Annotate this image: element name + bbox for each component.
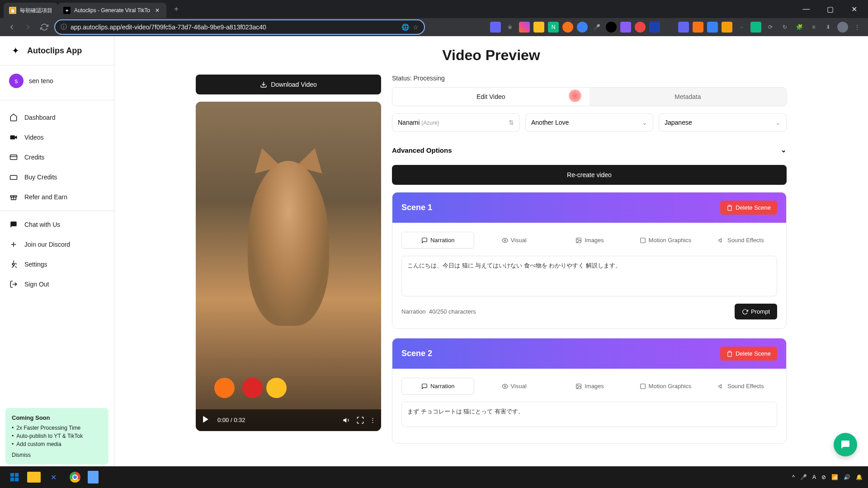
- maximize-button[interactable]: ▢: [820, 2, 840, 16]
- menu-icon[interactable]: ⋮: [852, 22, 863, 33]
- browser-tab-1[interactable]: ✦ Autoclips - Generate Viral TikTo ✕: [58, 3, 166, 18]
- ext-icon[interactable]: [533, 22, 544, 33]
- ext-icon[interactable]: [606, 22, 617, 33]
- sidebar-item-settings[interactable]: Settings: [0, 254, 114, 274]
- ext-icon[interactable]: [664, 22, 675, 33]
- tray-ime-icon[interactable]: A: [812, 474, 816, 480]
- start-button[interactable]: [5, 468, 24, 486]
- sidebar-item-credits[interactable]: Credits: [0, 147, 114, 167]
- ext-icon[interactable]: [577, 22, 588, 33]
- scene-tab-visual[interactable]: Visual: [478, 232, 550, 249]
- site-info-icon[interactable]: ⓘ: [61, 23, 67, 31]
- volume-icon[interactable]: [343, 416, 351, 424]
- close-icon[interactable]: ✕: [154, 7, 161, 14]
- chevron-down-icon: ⌄: [781, 146, 787, 154]
- narration-input[interactable]: [401, 256, 777, 296]
- taskbar-chrome[interactable]: [66, 468, 84, 486]
- scene-tab-motion[interactable]: Motion Graphics: [629, 378, 701, 394]
- ext-icon[interactable]: [678, 22, 689, 33]
- ext-icon[interactable]: ⟳: [765, 22, 776, 33]
- tab-edit-video[interactable]: Edit Video: [392, 88, 590, 106]
- chat-bubble-button[interactable]: [834, 433, 857, 456]
- taskbar-notepad[interactable]: [88, 471, 99, 483]
- ext-icon[interactable]: [649, 22, 660, 33]
- tray-notifications-icon[interactable]: 🔔: [856, 474, 863, 480]
- forward-button[interactable]: [22, 21, 34, 33]
- profile-icon[interactable]: [837, 22, 848, 33]
- translate-icon[interactable]: 🌐: [401, 23, 409, 31]
- scene-tab-images[interactable]: Images: [554, 232, 626, 249]
- sidebar-item-refer[interactable]: Refer and Earn: [0, 187, 114, 207]
- scene-tab-sound[interactable]: Sound Effects: [705, 378, 777, 394]
- play-button[interactable]: [201, 415, 212, 426]
- scene-tab-motion[interactable]: Motion Graphics: [629, 232, 701, 249]
- sidebar-item-chat[interactable]: Chat with Us: [0, 215, 114, 235]
- bookmark-icon[interactable]: ☆: [413, 23, 419, 31]
- sidebar-item-buy-credits[interactable]: Buy Credits: [0, 167, 114, 187]
- sidebar-item-discord[interactable]: Join our Discord: [0, 235, 114, 254]
- advanced-options-toggle[interactable]: Advanced Options ⌄: [392, 141, 787, 160]
- speech-icon: [421, 237, 428, 244]
- scene-tab-visual[interactable]: Visual: [478, 378, 550, 394]
- downloads-icon[interactable]: ⬇: [823, 22, 834, 33]
- more-icon[interactable]: ⋮: [370, 417, 376, 423]
- coming-soon-title: Coming Soon: [12, 414, 102, 421]
- taskbar-tray: ^ 🎤 A ⊘ 📶 🔊 🔔: [792, 474, 863, 480]
- ext-icon[interactable]: ↻: [779, 22, 790, 33]
- tab-metadata[interactable]: Metadata: [590, 88, 787, 106]
- ext-icon[interactable]: [519, 22, 530, 33]
- recreate-button[interactable]: Re-create video: [392, 165, 787, 185]
- tab-bar: 📋 毎朝確認項目 ✦ Autoclips - Generate Viral Ti…: [0, 0, 868, 18]
- download-button[interactable]: Download Video: [196, 75, 381, 94]
- scene-tab-narration[interactable]: Narration: [401, 232, 474, 249]
- tray-chevron-icon[interactable]: ^: [792, 474, 795, 480]
- ext-icon[interactable]: N: [548, 22, 559, 33]
- minimize-button[interactable]: —: [796, 2, 816, 16]
- ext-icon[interactable]: ≡: [808, 22, 819, 33]
- ext-icon[interactable]: [562, 22, 573, 33]
- home-icon: [9, 113, 18, 122]
- ext-icon[interactable]: [722, 22, 732, 33]
- prompt-button[interactable]: Prompt: [735, 304, 777, 319]
- sidebar-item-signout[interactable]: Sign Out: [0, 274, 114, 294]
- fullscreen-icon[interactable]: [356, 416, 364, 424]
- narration-input[interactable]: [401, 402, 777, 427]
- browser-tab-0[interactable]: 📋 毎朝確認項目: [4, 3, 58, 18]
- taskbar-explorer[interactable]: [27, 472, 41, 483]
- tray-mic-icon[interactable]: 🎤: [800, 474, 807, 480]
- video-preview[interactable]: 0:00 / 0:32 ⋮: [196, 102, 381, 431]
- music-dropdown[interactable]: Another Love ⌄: [525, 113, 653, 131]
- sidebar-item-dashboard[interactable]: Dashboard: [0, 108, 114, 127]
- reload-button[interactable]: [38, 21, 51, 33]
- scene-tab-sound[interactable]: Sound Effects: [705, 232, 777, 249]
- tray-volume-icon[interactable]: 🔊: [844, 474, 850, 480]
- user-row[interactable]: s sen teno: [0, 66, 114, 96]
- delete-scene-button[interactable]: Delete Scene: [720, 347, 777, 361]
- tray-wifi-icon[interactable]: 📶: [831, 474, 838, 480]
- url-bar[interactable]: ⓘ app.autoclips.app/edit-video/7f09fc5a-…: [54, 19, 425, 35]
- ext-icon[interactable]: [620, 22, 631, 33]
- scene-tab-narration[interactable]: Narration: [401, 378, 474, 394]
- tray-help-icon[interactable]: ⊘: [821, 474, 826, 480]
- extensions-icon[interactable]: 🧩: [794, 22, 805, 33]
- ext-icon[interactable]: [490, 22, 501, 33]
- window-controls: — ▢ ✕: [796, 2, 864, 16]
- ext-icon[interactable]: [693, 22, 703, 33]
- voice-dropdown[interactable]: Nanami(Azure) ⇅: [392, 113, 520, 131]
- new-tab-button[interactable]: +: [170, 3, 183, 15]
- sidebar-item-videos[interactable]: Videos: [0, 127, 114, 147]
- ext-icon[interactable]: [750, 22, 761, 33]
- ext-icon[interactable]: 🎤: [591, 22, 602, 33]
- close-window-button[interactable]: ✕: [844, 2, 864, 16]
- ext-icon[interactable]: ※: [505, 22, 515, 33]
- scene-tab-images[interactable]: Images: [554, 378, 626, 394]
- ext-icon[interactable]: [707, 22, 718, 33]
- ext-icon[interactable]: →: [736, 22, 747, 33]
- app-logo[interactable]: ✦ Autoclips App: [0, 36, 114, 66]
- back-button[interactable]: [5, 21, 18, 33]
- taskbar-vscode[interactable]: ✕: [44, 468, 62, 486]
- language-dropdown[interactable]: Japanese ⌄: [659, 113, 787, 131]
- dismiss-button[interactable]: Dismiss: [12, 452, 102, 458]
- delete-scene-button[interactable]: Delete Scene: [720, 201, 777, 215]
- ext-icon[interactable]: [635, 22, 646, 33]
